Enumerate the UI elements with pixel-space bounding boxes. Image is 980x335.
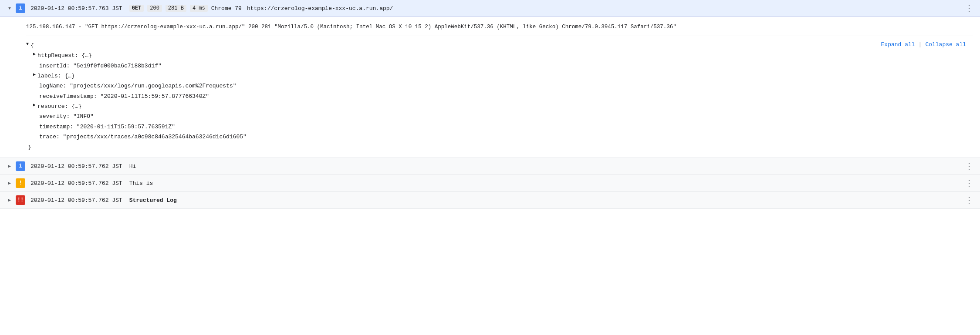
log-entry-2: ▶ i 2020-01-12 00:59:57.762 JST Hi ⋮ (0, 158, 980, 175)
json-brace-open: { (30, 40, 34, 50)
chevron-col-4[interactable]: ▶ (3, 198, 16, 203)
json-value-timestamp: "2020-01-11T15:59:57.763591Z" (77, 122, 175, 132)
json-value-resource: {…} (71, 101, 81, 111)
chevron-down-icon: ▼ (8, 6, 11, 11)
log-row-1[interactable]: ▼ i 2020-01-12 00:59:57.763 JST GET 200 … (0, 0, 980, 17)
log-row-2[interactable]: ▶ i 2020-01-12 00:59:57.762 JST Hi ⋮ (0, 158, 980, 174)
json-line-trace: trace: "projects/xxx/traces/a0c98c846a32… (26, 132, 973, 142)
json-value-labels: {…} (64, 71, 74, 81)
severity-badge-1: i (16, 3, 25, 13)
json-line-open-brace: ▼ { (26, 40, 973, 50)
chevron-right-icon-4: ▶ (8, 198, 11, 203)
json-line-http-request: ▶ httpRequest: {…} (26, 50, 973, 60)
method-badge-1: GET (129, 5, 144, 12)
json-key-logname: logName: (39, 81, 70, 91)
json-line-resource: ▶ resource: {…} (26, 101, 973, 111)
message-2: Hi (129, 163, 136, 170)
json-line-logname: logName: "projects/xxx/logs/run.googleap… (26, 81, 973, 91)
expanded-content-1: 125.198.166.147 - "GET https://crzerolog… (0, 17, 980, 157)
log-entry-1: ▼ i 2020-01-12 00:59:57.763 JST GET 200 … (0, 0, 980, 158)
more-options-icon-4[interactable]: ⋮ (962, 194, 977, 207)
json-key-http: httpRequest: (37, 50, 81, 60)
log-row-3[interactable]: ▶ ! 2020-01-12 00:59:57.762 JST This is … (0, 175, 980, 191)
expand-collapse-bar: Expand all | Collapse all (881, 41, 966, 48)
divider: | (919, 41, 922, 48)
chevron-col-1[interactable]: ▼ (3, 6, 16, 11)
timestamp-4: 2020-01-12 00:59:57.762 JST (30, 197, 122, 204)
chevron-right-icon-2: ▶ (8, 164, 11, 169)
expand-icon-resource[interactable]: ▶ (33, 101, 36, 109)
expand-icon-http[interactable]: ▶ (33, 50, 36, 58)
browser-label-1: Chrome 79 (211, 5, 242, 12)
chevron-col-2[interactable]: ▶ (3, 164, 16, 169)
log-entry-3: ▶ ! 2020-01-12 00:59:57.762 JST This is … (0, 175, 980, 192)
json-value-severity: "INFO" (73, 111, 94, 121)
more-options-icon-1[interactable]: ⋮ (962, 2, 977, 15)
duration-badge-1: 4 ms (190, 5, 208, 12)
log-row-4[interactable]: ▶ !! 2020-01-12 00:59:57.762 JST Structu… (0, 192, 980, 208)
json-line-severity: severity: "INFO" (26, 111, 973, 121)
message-4: Structured Log (129, 197, 177, 204)
more-options-icon-3[interactable]: ⋮ (962, 177, 977, 190)
expand-icon-root[interactable]: ▼ (26, 40, 29, 48)
severity-badge-3: ! (16, 178, 25, 188)
json-key-timestamp: timestamp: (39, 122, 77, 132)
severity-label-4: !! (17, 197, 24, 203)
json-line-receive-ts: receiveTimestamp: "2020-01-11T15:59:57.8… (26, 91, 973, 101)
json-value-insert: "5e19f0fd000ba6c7188b3d1f" (73, 61, 162, 71)
url-1: https://crzerolog-example-xxx-uc.a.run.a… (247, 5, 393, 12)
json-line-timestamp: timestamp: "2020-01-11T15:59:57.763591Z" (26, 122, 973, 132)
log-viewer: ▼ i 2020-01-12 00:59:57.763 JST GET 200 … (0, 0, 980, 209)
json-key-labels: labels: (37, 71, 64, 81)
json-key-receive: receiveTimestamp: (39, 91, 100, 101)
severity-badge-4: !! (16, 195, 25, 205)
timestamp-3: 2020-01-12 00:59:57.762 JST (30, 180, 122, 187)
json-line-labels: ▶ labels: {…} (26, 71, 973, 81)
severity-label-1: i (19, 5, 22, 11)
json-key-insert: insertId: (39, 61, 73, 71)
json-value-http: {…} (81, 50, 91, 60)
json-line-insert-id: insertId: "5e19f0fd000ba6c7188b3d1f" (26, 61, 973, 71)
json-viewer-1: Expand all | Collapse all ▼ { ▶ httpRequ… (26, 39, 973, 154)
json-value-receive: "2020-01-11T15:59:57.877766340Z" (100, 91, 209, 101)
chevron-right-icon-3: ▶ (8, 181, 11, 186)
more-options-icon-2[interactable]: ⋮ (962, 160, 977, 173)
severity-badge-2: i (16, 161, 25, 171)
raw-log-line-1: 125.198.166.147 - "GET https://crzerolog… (26, 20, 973, 36)
timestamp-2: 2020-01-12 00:59:57.762 JST (30, 163, 122, 170)
status-badge-1: 200 (147, 5, 162, 12)
chevron-col-3[interactable]: ▶ (3, 181, 16, 186)
json-value-logname: "projects/xxx/logs/run.googleapis.com%2F… (70, 81, 236, 91)
json-value-trace: "projects/xxx/traces/a0c98c846a325464ba6… (63, 132, 247, 142)
json-line-close-brace: } (26, 142, 973, 152)
collapse-all-link[interactable]: Collapse all (925, 41, 966, 48)
json-key-trace: trace: (39, 132, 63, 142)
severity-label-2: i (19, 163, 22, 169)
log-entry-4: ▶ !! 2020-01-12 00:59:57.762 JST Structu… (0, 192, 980, 209)
expand-icon-labels[interactable]: ▶ (33, 71, 36, 79)
message-3: This is (129, 180, 153, 187)
json-key-resource: resource: (37, 101, 71, 111)
timestamp-1: 2020-01-12 00:59:57.763 JST (30, 5, 122, 12)
json-brace-close: } (26, 142, 31, 152)
json-key-severity: severity: (39, 111, 73, 121)
severity-label-3: ! (19, 180, 22, 186)
expand-all-link[interactable]: Expand all (881, 41, 915, 48)
size-badge-1: 281 B (166, 5, 186, 12)
